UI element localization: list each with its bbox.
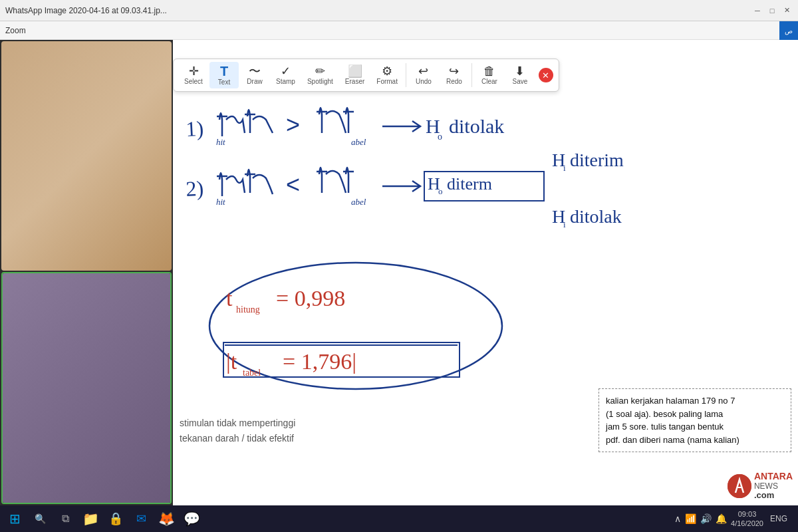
svg-text:ditolak: ditolak: [570, 206, 622, 227]
taskbar-system-tray: ∧ 📶 🔊 🔔 09:03 4/16/2020 ENG: [674, 509, 795, 529]
close-button[interactable]: ✕: [781, 5, 793, 17]
save-tool[interactable]: ⬇ Save: [505, 63, 535, 88]
whiteboard-area[interactable]: ✛ Select T Text 〜 Draw ✓ Stamp ✏ Spotlig…: [173, 40, 798, 505]
antara-name: ANTARA: [754, 471, 793, 481]
svg-text:hit: hit: [216, 197, 225, 207]
video-thumb-top[interactable]: [1, 41, 172, 271]
redo-icon: ↪: [449, 65, 459, 77]
svg-text:o: o: [438, 186, 443, 196]
stamp-label: Stamp: [276, 78, 295, 85]
format-tool[interactable]: ⚙ Format: [371, 63, 403, 88]
text-label: Text: [218, 78, 230, 86]
taskbar-mail[interactable]: ✉: [129, 507, 153, 531]
svg-text:diterm: diterm: [447, 174, 492, 194]
language-indicator[interactable]: ENG: [767, 513, 790, 525]
bottom-text-line2: tekanan darah / tidak efektif: [180, 433, 294, 444]
window-title: WhatsApp Image 2020-04-16 at 09.03.41.jp…: [5, 6, 167, 15]
system-clock[interactable]: 09:03 4/16/2020: [731, 509, 763, 529]
svg-text:1): 1): [185, 116, 204, 141]
annotation-text: kalian kerjakan halaman 179 no 7(1 soal …: [606, 396, 739, 445]
svg-text:<: <: [286, 171, 300, 198]
text-tool[interactable]: T Text: [209, 62, 239, 88]
clock-date: 4/16/2020: [731, 519, 763, 528]
bottom-left-annotation: stimulan tidak mempertinggi tekanan dara…: [180, 416, 295, 446]
antara-domain: NEWS: [754, 482, 793, 491]
text-icon: T: [220, 65, 228, 78]
taskbar-security[interactable]: 🔒: [104, 507, 128, 531]
undo-label: Undo: [416, 78, 432, 85]
redo-tool[interactable]: ↪ Redo: [440, 63, 469, 88]
tray-notification[interactable]: 🔔: [716, 513, 727, 524]
svg-text:hitung: hitung: [236, 305, 260, 315]
minimize-button[interactable]: ─: [751, 5, 763, 17]
toolbar-divider-1: [406, 63, 406, 87]
toolbar-divider-2: [471, 63, 472, 87]
bottom-text-line1: stimulan tidak mempertinggi: [180, 418, 295, 428]
antara-logo: [728, 474, 751, 498]
tray-network[interactable]: 📶: [685, 513, 696, 524]
svg-text:i: i: [563, 219, 566, 229]
taskbar-taskview[interactable]: ⧉: [53, 507, 77, 531]
svg-text:o: o: [438, 132, 442, 142]
zoom-app-title: Zoom: [5, 26, 26, 35]
spotlight-icon: ✏: [315, 65, 325, 77]
draw-icon: 〜: [249, 65, 261, 77]
spotlight-label: Spotlight: [307, 78, 333, 85]
select-label: Select: [184, 78, 203, 85]
clear-label: Clear: [481, 78, 497, 85]
save-icon: ⬇: [515, 65, 525, 77]
svg-text:= 1,796|: = 1,796|: [283, 349, 356, 374]
svg-text:= 0,998: = 0,998: [276, 286, 345, 311]
undo-icon: ↩: [418, 65, 428, 77]
svg-text:|t: |t: [226, 349, 237, 374]
clear-icon: 🗑: [483, 65, 495, 77]
close-toolbar-button[interactable]: ✕: [539, 68, 553, 82]
title-bar-controls: ─ □ ✕: [751, 5, 793, 17]
undo-tool[interactable]: ↩ Undo: [409, 63, 438, 88]
main-window: Zoom ص Remaining Meeting Time: 05:44 Sto…: [0, 21, 798, 505]
annotation-toolbar: ✛ Select T Text 〜 Draw ✓ Stamp ✏ Spotlig…: [173, 59, 559, 92]
redo-label: Redo: [446, 78, 462, 85]
select-tool[interactable]: ✛ Select: [179, 63, 208, 88]
tray-chevron[interactable]: ∧: [674, 513, 681, 524]
antara-brand: ANTARA NEWS .com: [754, 471, 793, 500]
video-sidebar: [0, 40, 173, 505]
clear-tool[interactable]: 🗑 Clear: [475, 63, 504, 88]
taskbar-search[interactable]: 🔍: [28, 507, 52, 531]
spotlight-tool[interactable]: ✏ Spotlight: [302, 63, 338, 88]
title-bar: WhatsApp Image 2020-04-16 at 09.03.41.jp…: [0, 0, 798, 21]
zoom-titlebar: Zoom: [0, 21, 798, 40]
annotation-text-box: kalian kerjakan halaman 179 no 7(1 soal …: [598, 388, 791, 452]
antara-watermark: ANTARA NEWS .com: [728, 471, 793, 500]
svg-text:hit: hit: [216, 137, 225, 147]
taskbar: ⊞ 🔍 ⧉ 📁 🔒 ✉ 🦊 💬 ∧ 📶 🔊 🔔 09:03 4/16/2020 …: [0, 505, 798, 532]
format-label: Format: [376, 78, 398, 85]
svg-text:tabel: tabel: [243, 368, 261, 378]
select-icon: ✛: [189, 65, 199, 77]
eraser-icon: ⬜: [348, 65, 362, 77]
svg-text:2): 2): [185, 176, 204, 201]
draw-tool[interactable]: 〜 Draw: [240, 63, 269, 88]
save-label: Save: [513, 78, 528, 85]
start-button[interactable]: ⊞: [3, 507, 27, 531]
tray-volume[interactable]: 🔊: [700, 513, 712, 524]
eraser-label: Eraser: [345, 78, 364, 85]
svg-rect-26: [225, 344, 458, 346]
format-icon: ⚙: [382, 65, 392, 77]
svg-text:ditolak: ditolak: [449, 115, 504, 137]
taskbar-file-explorer[interactable]: 📁: [78, 507, 102, 531]
stamp-tool[interactable]: ✓ Stamp: [271, 63, 301, 88]
svg-text:>: >: [286, 111, 300, 138]
svg-text:diterim: diterim: [570, 150, 624, 170]
maximize-button[interactable]: □: [766, 5, 778, 17]
stamp-icon: ✓: [281, 65, 291, 77]
svg-text:abel: abel: [351, 197, 366, 207]
svg-text:i: i: [563, 163, 566, 173]
eraser-tool[interactable]: ⬜ Eraser: [340, 63, 370, 88]
taskbar-firefox[interactable]: 🦊: [154, 507, 178, 531]
draw-label: Draw: [247, 78, 262, 85]
corner-button[interactable]: ص: [779, 21, 798, 40]
taskbar-messenger[interactable]: 💬: [180, 507, 203, 531]
video-thumb-bottom[interactable]: [1, 272, 172, 504]
svg-text:abel: abel: [351, 137, 366, 147]
